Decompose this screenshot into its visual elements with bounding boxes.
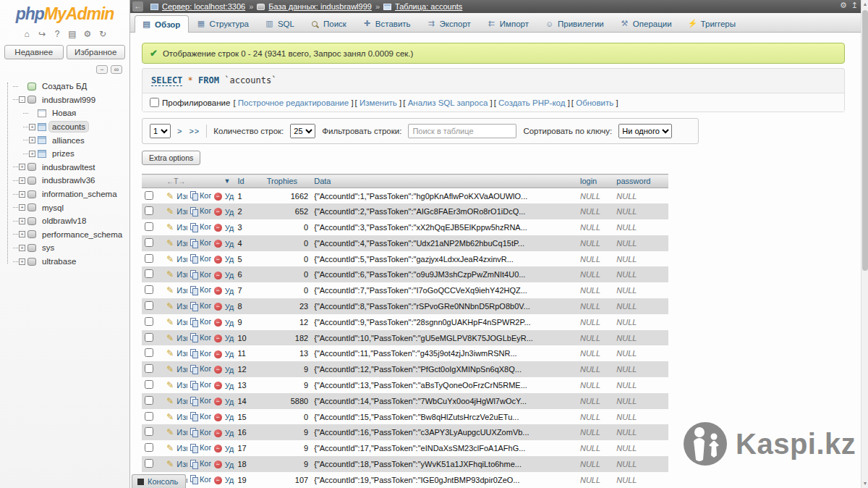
tree-item-label[interactable]: sys <box>39 243 57 253</box>
tree-expander-icon[interactable]: + <box>19 164 25 170</box>
column-header-password[interactable]: password <box>613 174 668 188</box>
logout-icon[interactable]: ↪ <box>37 29 47 39</box>
delete-row-link[interactable]: −Удалить <box>214 303 235 311</box>
copy-row-link[interactable]: Копировать <box>190 301 211 310</box>
edit-row-link[interactable]: ✎Изменить <box>166 206 187 216</box>
tree-item[interactable]: + prizes <box>4 147 129 161</box>
edit-row-link[interactable]: ✎Изменить <box>166 427 187 437</box>
column-header-login[interactable]: login <box>577 174 613 188</box>
tab[interactable]: ⇉ Экспорт <box>420 14 480 32</box>
row-checkbox[interactable] <box>145 301 153 310</box>
sidebar-nav-tab[interactable]: Избранное <box>67 45 126 59</box>
delete-row-link[interactable]: −Удалить <box>214 460 235 469</box>
tree-expander-icon[interactable]: + <box>19 218 25 224</box>
tab[interactable]: ⇇ Импорт <box>480 14 537 32</box>
rows-count-select[interactable]: 25 <box>290 124 315 138</box>
tab[interactable]: ▥ SQL <box>258 14 303 32</box>
tab[interactable]: Поиск <box>303 15 355 32</box>
copy-row-link[interactable]: Копировать <box>190 412 211 421</box>
edit-row-link[interactable]: ✎Изменить <box>166 333 187 343</box>
tree-expander-icon[interactable]: - <box>19 96 25 103</box>
tree-item[interactable]: + mysql <box>4 201 129 214</box>
tree-expander-icon[interactable]: + <box>19 204 25 211</box>
collapse-all-icon[interactable]: − <box>96 65 108 74</box>
profiling-link[interactable]: Анализ SQL запроса <box>408 98 488 107</box>
row-checkbox[interactable] <box>145 348 153 357</box>
tree-item[interactable]: + information_schema <box>4 188 129 201</box>
tree-expander-icon[interactable]: + <box>19 231 25 237</box>
edit-row-link[interactable]: ✎Изменить <box>166 301 187 311</box>
copy-row-link[interactable]: Копировать <box>190 270 211 279</box>
copy-row-link[interactable]: Копировать <box>190 380 211 389</box>
sql-keyword-select[interactable]: SELECT <box>151 75 182 86</box>
row-checkbox[interactable] <box>145 317 153 326</box>
column-options-caret-icon[interactable]: ▼ <box>224 177 232 185</box>
profiling-checkbox[interactable] <box>150 98 159 107</box>
link-panel-icon[interactable]: ∞ <box>111 65 122 74</box>
delete-row-link[interactable]: −Удалить <box>214 271 235 279</box>
tree-item-label[interactable]: performance_schema <box>39 230 125 240</box>
delete-row-link[interactable]: −Удалить <box>214 192 235 201</box>
tree-item[interactable]: Новая <box>4 106 129 120</box>
delete-row-link[interactable]: −Удалить <box>214 240 235 248</box>
row-checkbox[interactable] <box>145 254 153 263</box>
row-checkbox[interactable] <box>145 443 153 452</box>
tab[interactable]: ▦ Структура <box>189 14 258 32</box>
edit-row-link[interactable]: ✎Изменить <box>166 364 187 374</box>
delete-row-link[interactable]: −Удалить <box>214 208 235 216</box>
delete-row-link[interactable]: −Удалить <box>214 319 235 327</box>
tree-item[interactable]: + alliances <box>4 133 129 147</box>
breadcrumb-link[interactable]: Таблица: accounts <box>395 2 462 11</box>
tab[interactable]: ☺ Привилегии <box>537 15 613 32</box>
copy-row-link[interactable]: Копировать <box>190 333 211 342</box>
breadcrumb-link[interactable]: Сервер: localhost:3306 <box>162 2 245 11</box>
row-checkbox[interactable] <box>145 222 153 231</box>
copy-row-link[interactable]: Копировать <box>190 222 211 231</box>
row-checkbox[interactable] <box>145 206 153 215</box>
scroll-down-arrow-icon[interactable]: ▼ <box>861 479 868 488</box>
copy-row-link[interactable]: Копировать <box>190 238 211 247</box>
row-checkbox[interactable] <box>145 191 153 200</box>
settings-icon[interactable]: ⚙ <box>840 1 847 10</box>
tree-item[interactable]: + oldbrawlv18 <box>4 214 129 228</box>
row-checkbox[interactable] <box>145 269 153 278</box>
row-checkbox[interactable] <box>145 364 153 373</box>
row-checkbox[interactable] <box>145 396 153 405</box>
column-header-id[interactable]: Id <box>234 174 263 188</box>
delete-row-link[interactable]: −Удалить <box>214 366 235 374</box>
copy-row-link[interactable]: Копировать <box>190 349 211 358</box>
copy-row-link[interactable]: Копировать <box>190 364 211 373</box>
tree-item[interactable]: + indusbrawlv36 <box>4 174 129 188</box>
tree-item[interactable]: + sys <box>4 241 129 255</box>
edit-row-link[interactable]: ✎Изменить <box>166 285 187 295</box>
tree-item-label[interactable]: ultrabase <box>39 256 79 266</box>
edit-row-link[interactable]: ✎Изменить <box>166 443 187 453</box>
row-checkbox[interactable] <box>145 380 153 389</box>
tab[interactable]: ▤ Обзор <box>135 15 189 33</box>
row-checkbox[interactable] <box>145 333 153 342</box>
copy-row-link[interactable]: Копировать <box>190 475 211 484</box>
edit-row-link[interactable]: ✎Изменить <box>166 380 187 390</box>
delete-row-link[interactable]: −Удалить <box>214 382 235 390</box>
edit-row-link[interactable]: ✎Изменить <box>166 412 187 422</box>
copy-row-link[interactable]: Копировать <box>190 317 211 326</box>
tree-item-label[interactable]: oldbrawlv18 <box>39 216 89 226</box>
copy-row-link[interactable]: Копировать <box>190 254 211 263</box>
tree-expander-icon[interactable]: + <box>29 137 35 143</box>
tab[interactable]: ⚡ Триггеры <box>681 14 744 32</box>
edit-row-link[interactable]: ✎Изменить <box>166 459 187 469</box>
edit-row-link[interactable]: ✎Изменить <box>166 191 187 201</box>
profiling-link[interactable]: Создать PHP-код <box>498 98 565 107</box>
tree-item-label[interactable]: indusbrawlv36 <box>39 175 98 185</box>
tree-item-label[interactable]: indusbrawl999 <box>39 95 98 105</box>
console-button[interactable]: Консоль <box>132 474 186 488</box>
extra-options-button[interactable]: Extra options <box>142 151 200 165</box>
vertical-scrollbar[interactable]: ▲ ▼ <box>861 0 868 488</box>
edit-row-link[interactable]: ✎Изменить <box>166 317 187 327</box>
row-checkbox[interactable] <box>145 238 153 247</box>
tree-item-label[interactable]: information_schema <box>39 189 120 199</box>
copy-row-link[interactable]: Копировать <box>190 459 211 468</box>
settings-icon[interactable]: ⚙ <box>82 29 93 39</box>
next-page-link[interactable]: > <box>177 127 182 135</box>
tree-item-label[interactable]: mysql <box>39 203 67 213</box>
